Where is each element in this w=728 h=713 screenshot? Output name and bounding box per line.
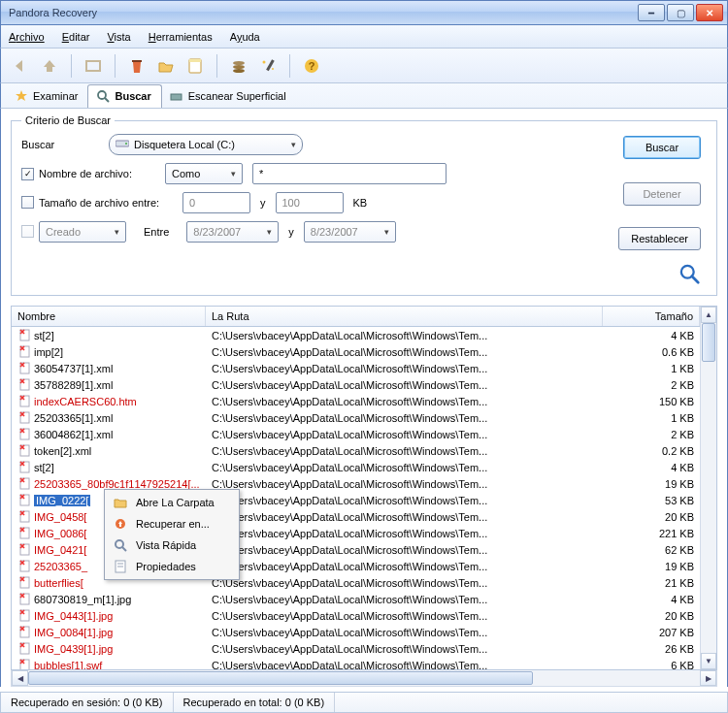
scroll-down-button[interactable]: ▼ <box>701 653 716 669</box>
file-icon <box>17 593 31 606</box>
table-row[interactable]: IMG_0439[1].jpgC:\Users\vbacey\AppData\L… <box>12 640 700 657</box>
folder-icon <box>113 495 128 510</box>
svg-line-18 <box>692 276 698 282</box>
menu-herramientas[interactable]: Herramientas <box>149 31 213 43</box>
table-row[interactable]: 35788289[1].xmlC:\Users\vbacey\AppData\L… <box>12 376 700 393</box>
tab-buscar[interactable]: Buscar <box>87 84 161 108</box>
magnifier-icon <box>96 89 110 103</box>
context-menu: Abre La Carpata Recuperar en... Vista Rá… <box>104 489 240 580</box>
column-tamano[interactable]: Tamaño <box>603 307 700 326</box>
table-row[interactable]: imp[2]C:\Users\vbacey\AppData\Local\Micr… <box>12 343 700 360</box>
table-row[interactable]: indexCAERSC60.htmC:\Users\vbacey\AppData… <box>12 393 700 409</box>
recover-icon <box>113 516 128 532</box>
svg-point-12 <box>98 91 106 99</box>
tab-escanear[interactable]: Escanear Superficial <box>162 85 296 108</box>
close-button[interactable]: ✕ <box>696 4 723 21</box>
table-row[interactable]: bubbles[1].swfC:\Users\vbacey\AppData\Lo… <box>12 657 700 669</box>
drive-select-value: Disquetera Local (C:) <box>134 139 235 150</box>
menu-vista[interactable]: Vista <box>107 31 130 43</box>
scroll-up-button[interactable]: ▲ <box>701 307 716 323</box>
size-from-input[interactable] <box>182 192 250 213</box>
date-to-select[interactable]: 8/23/2007 <box>304 221 396 243</box>
statusbar: Recuperado en sesión: 0 (0 KB) Recuperad… <box>0 692 728 713</box>
menu-archivo[interactable]: Archivo <box>9 31 45 43</box>
table-row[interactable]: IMG_0084[1].jpgC:\Users\vbacey\AppData\L… <box>12 624 700 640</box>
table-row[interactable]: token[2].xmlC:\Users\vbacey\AppData\Loca… <box>12 442 700 459</box>
file-icon <box>17 626 31 639</box>
up-icon[interactable] <box>38 54 61 78</box>
scroll-right-button[interactable]: ▶ <box>700 670 716 686</box>
svg-text:?: ? <box>309 60 315 72</box>
minimize-button[interactable]: ━ <box>638 4 665 21</box>
magnifier-big-icon <box>679 264 701 287</box>
stack-icon[interactable] <box>227 54 250 78</box>
file-icon <box>17 642 31 656</box>
column-nombre[interactable]: Nombre <box>12 307 206 326</box>
help-icon[interactable]: ? <box>300 54 323 78</box>
tab-label: Buscar <box>115 90 150 102</box>
date-checkbox[interactable] <box>21 225 34 238</box>
file-icon <box>17 362 31 375</box>
maximize-button[interactable]: ▢ <box>667 4 694 21</box>
notepad-icon[interactable] <box>183 54 207 78</box>
horizontal-scrollbar[interactable]: ◀ ▶ <box>11 670 717 687</box>
scroll-left-button[interactable]: ◀ <box>12 670 28 686</box>
ctx-open-folder[interactable]: Abre La Carpata <box>107 492 237 513</box>
stop-button[interactable]: Detener <box>623 182 701 206</box>
table-row[interactable]: 680730819_m[1].jpgC:\Users\vbacey\AppDat… <box>12 591 700 607</box>
file-icon <box>17 345 31 359</box>
file-icon <box>17 494 31 507</box>
window-icon[interactable] <box>82 54 105 78</box>
table-row[interactable]: 25203365[1].xmlC:\Users\vbacey\AppData\L… <box>12 409 700 426</box>
svg-point-5 <box>233 65 245 69</box>
menubar: Archivo Editar Vista Herramientas Ayuda <box>0 25 728 49</box>
toolbar: ? <box>0 49 728 83</box>
folder-open-icon[interactable] <box>154 54 178 78</box>
search-legend: Criterio de Buscar <box>21 114 115 126</box>
view-tabs: Examinar Buscar Escanear Superficial <box>0 83 728 109</box>
svg-line-13 <box>105 98 109 102</box>
vertical-scrollbar[interactable]: ▲ ▼ <box>700 307 716 669</box>
file-icon <box>17 378 31 392</box>
ctx-vista-rapida[interactable]: Vista Rápida <box>107 535 237 556</box>
trash-icon[interactable] <box>125 54 149 78</box>
table-row[interactable]: 36004862[1].xmlC:\Users\vbacey\AppData\L… <box>12 426 700 442</box>
filename-input[interactable] <box>252 163 447 184</box>
scroll-thumb-h[interactable] <box>28 671 533 685</box>
svg-point-42 <box>116 540 123 548</box>
file-icon <box>17 395 31 408</box>
drive-icon <box>116 138 129 151</box>
ctx-recuperar[interactable]: Recuperar en... <box>107 513 237 535</box>
ctx-propiedades[interactable]: Propiedades <box>107 556 237 577</box>
file-icon <box>17 411 31 425</box>
filename-checkbox[interactable]: ✓ <box>21 168 34 180</box>
svg-point-9 <box>272 68 274 70</box>
date-from-select[interactable]: 8/23/2007 <box>186 221 279 243</box>
file-icon <box>17 576 31 590</box>
date-type-select[interactable]: Creado <box>39 221 126 243</box>
svg-rect-1 <box>132 60 142 62</box>
table-header: Nombre La Ruta Tamaño <box>12 307 700 327</box>
svg-rect-0 <box>86 61 100 71</box>
file-icon <box>17 477 31 491</box>
nav-back-icon[interactable] <box>9 54 32 78</box>
table-row[interactable]: st[2]C:\Users\vbacey\AppData\Local\Micro… <box>12 459 700 475</box>
properties-icon <box>113 559 128 574</box>
drive-select[interactable]: Disquetera Local (C:) <box>109 134 303 155</box>
wizard-icon[interactable] <box>256 54 280 78</box>
tab-examinar[interactable]: Examinar <box>7 85 87 108</box>
search-button[interactable]: Buscar <box>623 136 701 159</box>
size-checkbox[interactable] <box>21 196 34 209</box>
reset-button[interactable]: Restablecer <box>618 227 701 250</box>
menu-editar[interactable]: Editar <box>62 31 90 43</box>
table-row[interactable]: st[2]C:\Users\vbacey\AppData\Local\Micro… <box>12 327 700 343</box>
scroll-thumb[interactable] <box>702 323 715 362</box>
menu-ayuda[interactable]: Ayuda <box>230 31 260 43</box>
scan-icon <box>170 89 183 103</box>
size-to-input[interactable] <box>276 192 344 213</box>
column-ruta[interactable]: La Ruta <box>206 307 603 326</box>
table-row[interactable]: IMG_0443[1].jpgC:\Users\vbacey\AppData\L… <box>12 607 700 624</box>
table-row[interactable]: 36054737[1].xmlC:\Users\vbacey\AppData\L… <box>12 360 700 376</box>
svg-line-43 <box>122 547 126 551</box>
filename-mode-select[interactable]: Como <box>165 163 243 184</box>
